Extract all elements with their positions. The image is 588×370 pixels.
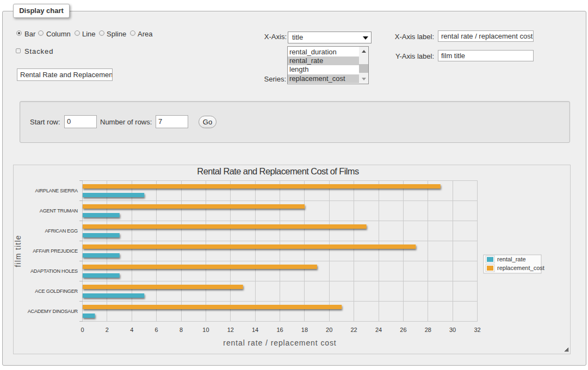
svg-text:20: 20 bbox=[326, 327, 332, 333]
svg-text:18: 18 bbox=[301, 327, 308, 333]
svg-text:Rental Rate and Replacement Co: Rental Rate and Replacement Cost of Film… bbox=[197, 166, 359, 176]
svg-text:22: 22 bbox=[350, 327, 357, 333]
svg-text:ADAPTATION HOLES: ADAPTATION HOLES bbox=[30, 268, 78, 274]
svg-text:16: 16 bbox=[276, 327, 283, 333]
svg-text:12: 12 bbox=[227, 327, 234, 333]
svg-text:28: 28 bbox=[425, 327, 431, 333]
svg-text:replacement_cost: replacement_cost bbox=[497, 265, 544, 271]
svg-text:6: 6 bbox=[155, 327, 158, 333]
svg-text:26: 26 bbox=[400, 327, 406, 333]
svg-text:2: 2 bbox=[106, 327, 109, 333]
svg-text:14: 14 bbox=[252, 327, 258, 333]
svg-text:8: 8 bbox=[180, 327, 183, 333]
svg-text:ACADEMY DINOSAUR: ACADEMY DINOSAUR bbox=[28, 309, 78, 314]
svg-text:AFFAIR PREJUDICE: AFFAIR PREJUDICE bbox=[33, 248, 78, 254]
svg-text:AGENT TRUMAN: AGENT TRUMAN bbox=[40, 208, 78, 214]
svg-text:10: 10 bbox=[202, 327, 209, 333]
svg-text:0: 0 bbox=[81, 327, 84, 333]
svg-text:4: 4 bbox=[130, 327, 133, 333]
svg-text:AFRICAN EGG: AFRICAN EGG bbox=[45, 228, 78, 234]
svg-text:24: 24 bbox=[375, 327, 382, 333]
svg-text:ACE GOLDFINGER: ACE GOLDFINGER bbox=[35, 289, 78, 294]
svg-text:30: 30 bbox=[449, 327, 456, 333]
svg-text:rental_rate: rental_rate bbox=[497, 256, 526, 262]
svg-text:rental rate / replacement cost: rental rate / replacement cost bbox=[223, 338, 336, 347]
svg-text:32: 32 bbox=[474, 327, 480, 333]
svg-text:AIRPLANE SIERRA: AIRPLANE SIERRA bbox=[35, 188, 79, 193]
svg-text:film title: film title bbox=[14, 235, 22, 267]
